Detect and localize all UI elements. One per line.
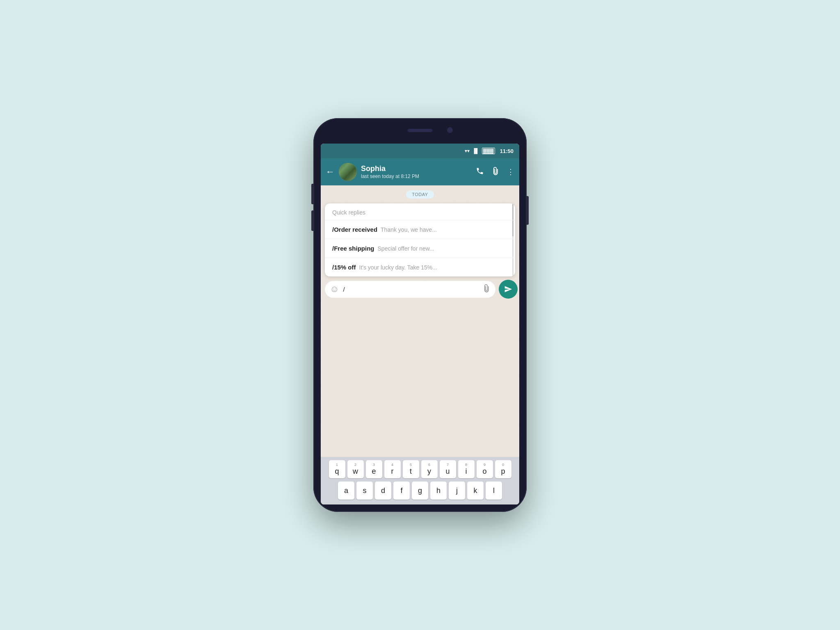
quick-reply-preview-2: Special offer for new... — [378, 245, 434, 252]
front-camera — [447, 127, 453, 133]
key-t[interactable]: 5t — [403, 460, 419, 478]
power-button — [527, 196, 529, 225]
keyboard-row-2: asdfghjkl — [322, 482, 518, 500]
avatar-image — [339, 163, 357, 181]
quick-reply-item-2[interactable]: /Free shipping Special offer for new... — [325, 239, 515, 258]
contact-avatar[interactable] — [339, 163, 357, 181]
key-g[interactable]: g — [412, 482, 428, 500]
status-time: 11:50 — [500, 148, 514, 154]
speaker — [408, 129, 432, 132]
contact-name: Sophia — [361, 164, 472, 173]
send-button[interactable] — [499, 280, 518, 299]
key-u[interactable]: 7u — [440, 460, 456, 478]
quick-reply-shortcut-3: /15% off — [332, 264, 356, 271]
date-badge: TODAY — [321, 190, 519, 199]
status-bar: ▾▾ ▐▌ ▓▓▓ 11:50 — [321, 144, 519, 158]
key-l[interactable]: l — [486, 482, 502, 500]
phone-screen: ▾▾ ▐▌ ▓▓▓ 11:50 ← Sophia last seen today… — [321, 144, 519, 504]
key-k[interactable]: k — [467, 482, 484, 500]
volume-down-button — [311, 210, 313, 231]
key-r[interactable]: 4r — [384, 460, 401, 478]
message-input[interactable] — [343, 286, 478, 293]
contact-status: last seen today at 8:12 PM — [361, 173, 472, 179]
key-y[interactable]: 6y — [421, 460, 438, 478]
key-p[interactable]: 0p — [495, 460, 511, 478]
attachment-button[interactable] — [482, 284, 491, 294]
status-icons: ▾▾ ▐▌ ▓▓▓ 11:50 — [465, 148, 514, 154]
keyboard-row-1: 1q2w3e4r5t6y7u8i9o0p — [322, 460, 518, 478]
key-q[interactable]: 1q — [329, 460, 345, 478]
app-header: ← Sophia last seen today at 8:12 PM — [321, 158, 519, 185]
header-actions: ⋮ — [476, 167, 514, 177]
key-s[interactable]: s — [356, 482, 373, 500]
message-input-row: ☺ — [325, 280, 515, 299]
key-f[interactable]: f — [393, 482, 410, 500]
input-area: ☺ — [325, 281, 495, 298]
phone-frame: ▾▾ ▐▌ ▓▓▓ 11:50 ← Sophia last seen today… — [313, 118, 527, 512]
keyboard: 1q2w3e4r5t6y7u8i9o0p asdfghjkl — [321, 457, 519, 504]
battery-icon: ▓▓▓ — [482, 148, 495, 154]
key-h[interactable]: h — [430, 482, 447, 500]
key-e[interactable]: 3e — [366, 460, 382, 478]
more-options-button[interactable]: ⋮ — [507, 167, 514, 176]
quick-reply-preview-3: It's your lucky day. Take 15%... — [359, 264, 437, 271]
signal-icon: ▐▌ — [472, 148, 479, 154]
key-d[interactable]: d — [375, 482, 391, 500]
quick-reply-item-3[interactable]: /15% off It's your lucky day. Take 15%..… — [325, 258, 515, 276]
quick-replies-panel: Quick replies /Order received Thank you,… — [325, 203, 515, 276]
phone-device: ▾▾ ▐▌ ▓▓▓ 11:50 ← Sophia last seen today… — [313, 118, 527, 512]
key-i[interactable]: 8i — [458, 460, 475, 478]
back-button[interactable]: ← — [326, 167, 335, 177]
key-o[interactable]: 9o — [477, 460, 493, 478]
quick-replies-header: Quick replies — [325, 203, 515, 220]
volume-up-button — [311, 184, 313, 204]
key-w[interactable]: 2w — [347, 460, 364, 478]
chat-area: TODAY Quick replies /Order received Than… — [321, 185, 519, 457]
wifi-icon: ▾▾ — [465, 148, 470, 154]
key-a[interactable]: a — [338, 482, 354, 500]
quick-reply-shortcut-2: /Free shipping — [332, 245, 374, 252]
quick-reply-preview-1: Thank you, we have... — [381, 226, 437, 233]
contact-info[interactable]: Sophia last seen today at 8:12 PM — [361, 164, 472, 179]
quick-reply-shortcut-1: /Order received — [332, 226, 377, 233]
call-button[interactable] — [476, 167, 484, 177]
quick-reply-item-1[interactable]: /Order received Thank you, we have... — [325, 220, 515, 239]
emoji-button[interactable]: ☺ — [330, 285, 339, 294]
attach-button[interactable] — [491, 167, 500, 177]
key-j[interactable]: j — [449, 482, 465, 500]
